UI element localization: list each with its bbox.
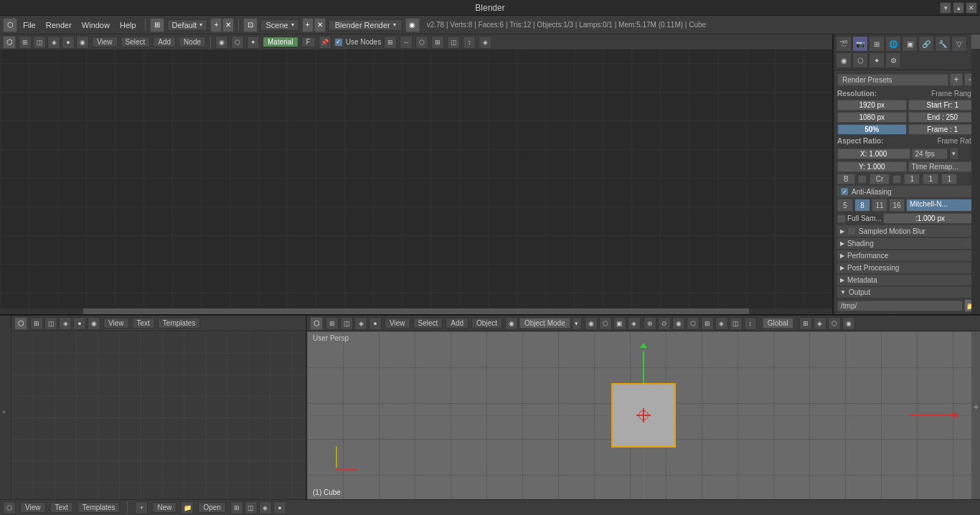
prop-modifier-icon[interactable]: 🔧 (935, 36, 951, 52)
workspace-remove[interactable]: ✕ (222, 18, 234, 32)
menu-help[interactable]: Help (116, 19, 141, 31)
status-open-btn[interactable]: Open (198, 502, 225, 513)
status-new-btn[interactable]: New (152, 502, 176, 513)
vp-icon-3[interactable]: ◈ (354, 317, 367, 330)
vp-right-3[interactable]: ⬡ (828, 317, 841, 330)
vp-right-2[interactable]: ◈ (814, 317, 826, 330)
vp-icon-2[interactable]: ◫ (340, 317, 353, 330)
layout-icon-1[interactable]: ⊞ (150, 18, 164, 32)
anti-aliasing-header[interactable]: Anti-Aliasing · · · (837, 186, 977, 197)
properties-content[interactable]: Render Presets + − Resolution: Frame Ran… (834, 70, 980, 314)
node-view-btn[interactable]: View (92, 37, 118, 47)
prop-data-icon[interactable]: ▽ (951, 36, 967, 52)
vp-object-btn[interactable]: Object (471, 318, 502, 329)
vp-snap-8[interactable]: ↕ (744, 317, 757, 330)
prop-material-icon[interactable]: ◉ (836, 52, 852, 68)
node-editor-scrollbar[interactable] (0, 308, 832, 314)
full-sam-checkbox[interactable] (837, 214, 846, 223)
status-templates-btn[interactable]: Templates (77, 502, 121, 513)
menu-render[interactable]: Render (42, 19, 76, 31)
prop-object-icon[interactable]: ▣ (902, 36, 918, 52)
scene-add[interactable]: + (302, 18, 314, 32)
status-nav-1[interactable]: ⊞ (230, 501, 243, 514)
mode-selector[interactable]: Object Mode (519, 318, 570, 329)
status-view-btn[interactable]: View (20, 502, 46, 513)
render-presets-btn[interactable]: Render Presets (837, 74, 948, 86)
vp-select-btn[interactable]: Select (413, 318, 443, 329)
aa-5-btn[interactable]: 5 (837, 199, 853, 212)
node-tool-4[interactable]: ◫ (447, 36, 460, 49)
blender-icon[interactable]: ⬡ (3, 18, 17, 32)
node-sphere-icon[interactable]: ◉ (215, 36, 228, 49)
vp-right-1[interactable]: ⊞ (799, 317, 812, 330)
scrollbar-thumb[interactable] (971, 34, 980, 49)
nm-icon-2[interactable]: ◫ (44, 317, 57, 330)
b-checkbox[interactable] (858, 175, 867, 184)
aspect-x-field[interactable]: X: 1.000 (837, 148, 910, 159)
prop-physics-icon[interactable]: ⚙ (885, 52, 901, 68)
fps-field[interactable]: 24 fps (912, 148, 948, 159)
vp-snap-4[interactable]: ⬡ (687, 317, 699, 330)
res-pct-field[interactable]: 50% (837, 124, 907, 135)
node-select-btn[interactable]: Select (121, 37, 151, 47)
scene-selector[interactable]: Scene ▾ (260, 19, 298, 31)
nm-icon-3[interactable]: ◈ (59, 317, 72, 330)
vp-mat-icon[interactable]: ◈ (628, 317, 641, 330)
node-icon-1[interactable]: ⊞ (19, 36, 32, 49)
vp-snap-7[interactable]: ◫ (730, 317, 743, 330)
vp-right-4[interactable]: ◉ (842, 317, 855, 330)
nm-icon-5[interactable]: ◉ (88, 317, 100, 330)
right-panel-scrollbar[interactable] (971, 34, 980, 314)
workspace-selector[interactable]: Default ▾ (167, 19, 208, 31)
render-presets-add[interactable]: + (950, 73, 963, 86)
cube-object[interactable] (611, 383, 676, 448)
prop-render-icon[interactable]: 📷 (852, 36, 868, 52)
scene-remove[interactable]: ✕ (314, 18, 326, 32)
metadata-header[interactable]: ▶ Metadata · · · (837, 275, 977, 285)
nm-icon-1[interactable]: ⊞ (30, 317, 43, 330)
prop-texture-icon[interactable]: ⬡ (852, 52, 868, 68)
nm-icon-4[interactable]: ● (73, 317, 86, 330)
viewport-add-btn[interactable]: + (971, 316, 980, 499)
prop-particle-icon[interactable]: ✦ (869, 52, 885, 68)
sampled-motion-blur-header[interactable]: ▶ Sampled Motion Blur · · · (837, 225, 977, 237)
prop-constraint-icon[interactable]: 🔗 (918, 36, 934, 52)
node-icon-5[interactable]: ◉ (76, 36, 89, 49)
output-header[interactable]: ▼ Output (837, 287, 977, 298)
vp-snap-3[interactable]: ◉ (672, 317, 685, 330)
shading-header[interactable]: ▶ Shading · · · (837, 238, 977, 249)
aa-filter-field[interactable]: Mitchell-N... (906, 199, 977, 212)
workspace-add[interactable]: + (210, 18, 222, 32)
status-blender-icon[interactable]: ⬡ (3, 501, 16, 514)
res-x-field[interactable]: 1920 px (837, 100, 907, 110)
layout-icon-2[interactable]: ⊡ (243, 18, 258, 32)
node-mesh-icon[interactable]: ⬡ (231, 36, 244, 49)
node-icon-2[interactable]: ◫ (33, 36, 46, 49)
node-tool-6[interactable]: ◈ (479, 36, 491, 49)
object-mode-icon[interactable]: ◉ (505, 317, 518, 330)
node-snap-icon[interactable]: ⊞ (384, 36, 397, 49)
use-nodes-checkbox[interactable] (334, 38, 343, 47)
num-3[interactable]: 1 (941, 174, 957, 184)
post-processing-header[interactable]: ▶ Post Processing · · · (837, 263, 977, 273)
nm-text-btn[interactable]: Text (132, 318, 155, 329)
node-tool-1[interactable]: ↔ (400, 36, 413, 49)
viewport-icon[interactable]: ⬡ (310, 317, 323, 330)
menu-window[interactable]: Window (77, 19, 114, 31)
prop-layers-icon[interactable]: ⊞ (869, 36, 885, 52)
node-f-btn[interactable]: F (301, 37, 316, 47)
nm-view-btn[interactable]: View (103, 318, 129, 329)
status-open-icon[interactable]: 📁 (181, 501, 194, 514)
left-panel-arrow[interactable]: ◂ (1, 407, 5, 415)
status-text-btn[interactable]: Text (50, 502, 73, 513)
node-editor-icon[interactable]: ⬡ (3, 36, 16, 49)
vp-snap-5[interactable]: ⊞ (701, 317, 714, 330)
vp-snap-2[interactable]: ⊙ (658, 317, 671, 330)
node-particle-icon[interactable]: ✦ (247, 36, 260, 49)
vp-render-icon[interactable]: ▣ (613, 317, 626, 330)
node-tool-2[interactable]: ⬡ (415, 36, 428, 49)
fps-stepper[interactable]: ▾ (949, 147, 959, 160)
vp-sphere-icon[interactable]: ◉ (585, 317, 598, 330)
output-path-field[interactable]: /tmp/ (837, 301, 963, 311)
node-add-btn[interactable]: Add (153, 37, 176, 47)
